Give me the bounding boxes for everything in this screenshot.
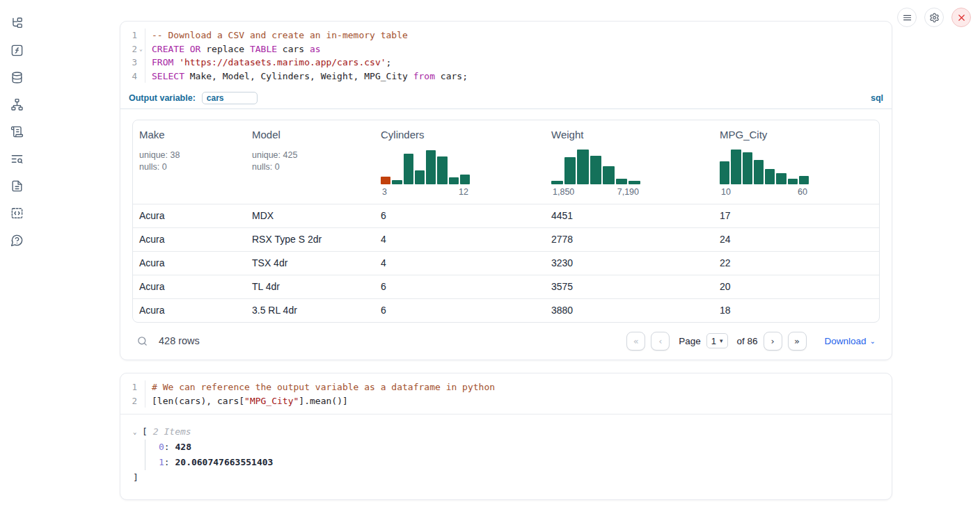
histogram-bar bbox=[788, 179, 798, 184]
code-line[interactable]: 2⌄CREATE OR replace TABLE cars as bbox=[120, 42, 892, 56]
items-count-label: 2 Items bbox=[153, 424, 191, 440]
line-gutter: 2 bbox=[120, 394, 145, 408]
axis-tick-label: 3 bbox=[382, 187, 387, 197]
column-header-model[interactable]: Modelunique: 425nulls: 0 bbox=[246, 120, 374, 204]
histogram-bar bbox=[392, 180, 402, 184]
line-number: 2 bbox=[120, 42, 137, 56]
chevron-down-icon: ▾ bbox=[720, 337, 723, 344]
shutdown-button[interactable] bbox=[951, 8, 971, 27]
fold-chevron-icon[interactable]: ⌄ bbox=[137, 42, 145, 56]
sql-code-editor[interactable]: 1-- Download a CSV and create an in-memo… bbox=[120, 22, 892, 89]
close-icon bbox=[956, 13, 967, 23]
help-sidebar-button[interactable] bbox=[8, 231, 26, 249]
axis-tick-label: 60 bbox=[798, 187, 807, 197]
histogram-bar bbox=[437, 156, 447, 184]
table-cell: 3880 bbox=[545, 299, 713, 322]
table-cell: 4 bbox=[374, 228, 545, 251]
open-bracket: [ bbox=[142, 424, 148, 440]
line-gutter: 1 bbox=[120, 380, 145, 394]
item-separator: : bbox=[164, 442, 175, 452]
column-header-cylinders[interactable]: Cylinders312 bbox=[374, 120, 545, 204]
menu-icon bbox=[902, 13, 912, 23]
table-footer: 428 rows « ‹ Page 1 ▾ of 86 › » bbox=[132, 329, 880, 353]
column-header-weight[interactable]: Weight1,8507,190 bbox=[545, 120, 713, 204]
search-button[interactable] bbox=[136, 335, 148, 347]
output-item: 1: 20.060747663551403 bbox=[159, 455, 880, 470]
next-page-button[interactable]: › bbox=[764, 332, 782, 351]
python-code-editor[interactable]: 1# We can reference the output variable … bbox=[120, 373, 892, 414]
axis-tick-label: 7,190 bbox=[617, 187, 639, 197]
text-search-sidebar-button[interactable] bbox=[8, 150, 26, 168]
histogram-axis-labels: 1060 bbox=[720, 187, 809, 197]
document-sidebar-button[interactable] bbox=[8, 177, 26, 195]
settings-button[interactable] bbox=[924, 8, 944, 27]
column-header-mpg_city[interactable]: MPG_City1060 bbox=[713, 120, 879, 204]
table-cell: Acura bbox=[133, 204, 246, 227]
column-histogram bbox=[381, 147, 470, 184]
python-output-tree: ⌄ [ 2 Items 0: 4281: 20.060747663551403 … bbox=[120, 415, 892, 499]
collapse-chevron-icon[interactable]: ⌄ bbox=[133, 424, 142, 440]
table-cell: Acura bbox=[133, 252, 246, 275]
table-cell: Acura bbox=[133, 299, 246, 322]
output-items: 0: 4281: 20.060747663551403 bbox=[145, 440, 880, 470]
item-value: 428 bbox=[175, 442, 191, 452]
gear-icon bbox=[929, 13, 940, 23]
total-pages-label: of 86 bbox=[737, 336, 758, 346]
axis-tick-label: 10 bbox=[721, 187, 731, 197]
code-line[interactable]: 4SELECT Make, Model, Cylinders, Weight, … bbox=[120, 70, 892, 83]
database-sidebar-button[interactable] bbox=[8, 68, 26, 86]
histogram-bar bbox=[590, 156, 602, 184]
last-page-icon: » bbox=[794, 336, 800, 346]
code-snippet-icon bbox=[10, 207, 24, 220]
first-page-icon: « bbox=[633, 336, 639, 346]
code-line[interactable]: 1# We can reference the output variable … bbox=[120, 380, 892, 394]
histogram-bar bbox=[743, 152, 752, 184]
table-row: AcuraMDX6445117 bbox=[133, 204, 879, 227]
table-cell: 4451 bbox=[545, 204, 713, 227]
code-text: FROM 'https://datasets.marimo.app/cars.c… bbox=[145, 56, 391, 70]
download-button[interactable]: Download ⌄ bbox=[825, 336, 876, 346]
code-line[interactable]: 2[len(cars), cars["MPG_City"].mean()] bbox=[120, 394, 892, 408]
download-label: Download bbox=[825, 336, 867, 346]
sql-cell: 1-- Download a CSV and create an in-memo… bbox=[120, 21, 892, 360]
histogram-bar bbox=[449, 177, 459, 184]
line-gutter: 2⌄ bbox=[120, 42, 145, 56]
page-select[interactable]: 1 ▾ bbox=[706, 333, 728, 348]
scroll-sidebar-button[interactable] bbox=[8, 122, 26, 140]
column-histogram bbox=[720, 147, 809, 184]
histogram-bar bbox=[551, 181, 563, 184]
output-variable-input[interactable] bbox=[202, 92, 258, 104]
code-line[interactable]: 1-- Download a CSV and create an in-memo… bbox=[120, 29, 892, 42]
table-header-row: Makeunique: 38nulls: 0Modelunique: 425nu… bbox=[133, 120, 879, 204]
data-table: Makeunique: 38nulls: 0Modelunique: 425nu… bbox=[132, 120, 880, 323]
line-gutter: 1 bbox=[120, 29, 145, 42]
table-cell: 18 bbox=[713, 299, 879, 322]
function-sidebar-button[interactable] bbox=[8, 41, 26, 59]
prev-page-button[interactable]: ‹ bbox=[651, 332, 670, 351]
column-stat-line: nulls: 0 bbox=[139, 161, 240, 173]
axis-tick-label: 12 bbox=[459, 187, 468, 197]
network-sidebar-button[interactable] bbox=[8, 95, 26, 113]
language-badge[interactable]: sql bbox=[871, 93, 883, 103]
topbar-controls bbox=[897, 8, 971, 27]
histogram-bar bbox=[460, 175, 470, 184]
output-variable-label: Output variable: bbox=[129, 93, 196, 103]
page-label: Page bbox=[679, 336, 701, 346]
file-tree-sidebar-button[interactable] bbox=[8, 14, 26, 32]
chevron-down-icon: ⌄ bbox=[870, 337, 876, 345]
table-cell: Acura bbox=[133, 275, 246, 298]
histogram-bar bbox=[415, 170, 425, 184]
function-icon bbox=[10, 44, 24, 57]
column-title: Cylinders bbox=[381, 129, 539, 140]
column-header-make[interactable]: Makeunique: 38nulls: 0 bbox=[133, 120, 246, 204]
first-page-button[interactable]: « bbox=[626, 332, 645, 351]
table-cell: 3230 bbox=[545, 252, 713, 275]
table-cell: TSX 4dr bbox=[246, 252, 374, 275]
table-row: Acura3.5 RL 4dr6388018 bbox=[133, 298, 879, 322]
page-select-value: 1 bbox=[711, 336, 716, 346]
menu-button[interactable] bbox=[897, 8, 917, 27]
database-icon bbox=[10, 71, 24, 84]
code-line[interactable]: 3FROM 'https://datasets.marimo.app/cars.… bbox=[120, 56, 892, 70]
code-snippet-sidebar-button[interactable] bbox=[8, 204, 26, 222]
last-page-button[interactable]: » bbox=[788, 332, 807, 351]
